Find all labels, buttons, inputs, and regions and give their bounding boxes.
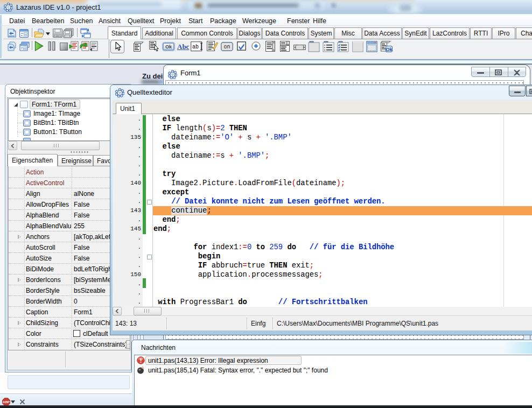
svg-text:Ok: Ok (386, 47, 393, 52)
svg-text:ABP: ABP (3, 400, 10, 404)
svg-text:ab: ab (192, 44, 199, 50)
svg-text:Ok: Ok (165, 44, 172, 50)
svg-text:on: on (223, 44, 230, 50)
